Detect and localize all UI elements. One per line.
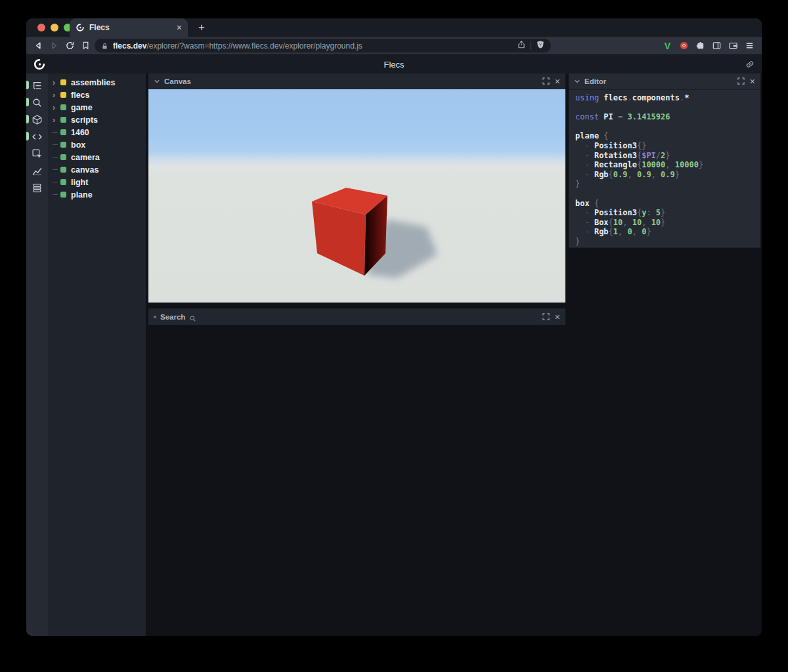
stack-icon (32, 182, 43, 194)
code-line: - Position3{y: 5} (575, 208, 754, 218)
code-line: - Position3{} (575, 141, 754, 151)
chart-icon (32, 165, 43, 177)
tab-strip: Flecs × + (26, 18, 762, 37)
sidebar-tool-chart[interactable] (26, 162, 48, 179)
sidebar-panel-icon[interactable] (711, 40, 722, 51)
entity-green-square-icon (60, 192, 66, 198)
extensions-puzzle-icon[interactable] (695, 40, 706, 51)
browser-toolbar: flecs.dev/explorer/?wasm=https://www.fle… (26, 37, 762, 54)
chevron-down-icon[interactable] (154, 78, 160, 85)
sidebar-tool-code[interactable] (26, 128, 48, 145)
brave-shield-icon[interactable] (536, 40, 545, 52)
code-line: } (575, 237, 754, 247)
expand-arrow-icon[interactable]: › (53, 104, 60, 112)
share-icon[interactable] (517, 40, 526, 52)
expand-arrow-icon[interactable]: › (53, 91, 60, 99)
close-icon[interactable]: × (555, 312, 560, 322)
flecs-favicon-icon (76, 23, 85, 32)
tree-item-label: game (71, 103, 93, 112)
code-line: using flecs.components.* (575, 93, 754, 103)
code-line: - Rgb{0.9, 0.9, 0.9} (575, 170, 754, 180)
tree-item-camera[interactable]: camera (48, 151, 146, 163)
fullscreen-icon[interactable] (542, 311, 550, 323)
back-icon[interactable] (33, 41, 43, 51)
code-line: } (575, 179, 754, 189)
tree-item-assemblies[interactable]: ›assemblies (48, 76, 146, 89)
share-link-icon[interactable] (745, 59, 755, 70)
sidebar-tool-search[interactable] (26, 94, 48, 111)
sidebar-tool-inspect[interactable] (26, 145, 48, 162)
sidebar-tool-tree[interactable] (26, 77, 48, 94)
expand-arrow-icon[interactable]: › (53, 116, 60, 124)
tab-close-icon[interactable]: × (177, 23, 182, 32)
tree-item-label: flecs (71, 91, 90, 100)
sidebar-tool-cube[interactable] (26, 111, 48, 128)
tree-item-box[interactable]: box (48, 138, 146, 151)
entity-tree-panel: ›assemblies›flecs›game›scripts1460boxcam… (48, 74, 146, 636)
chevron-down-icon[interactable] (574, 78, 580, 85)
tree-item-plane[interactable]: plane (48, 188, 146, 201)
search-icon (189, 313, 196, 320)
entity-green-square-icon (60, 167, 66, 173)
code-editor[interactable]: using flecs.components.* const PI = 3.14… (569, 89, 760, 247)
menu-icon[interactable] (744, 40, 755, 51)
leaf-dash-icon (53, 157, 60, 158)
new-tab-button[interactable]: + (194, 20, 209, 35)
close-icon[interactable]: × (750, 77, 755, 86)
close-window-button[interactable] (37, 24, 45, 32)
active-indicator (26, 132, 29, 140)
code-line: - Rectangle{10000, 10000} (575, 160, 754, 170)
entity-green-square-icon (60, 117, 66, 123)
tree-item-canvas[interactable]: canvas (48, 163, 146, 176)
code-line (575, 189, 754, 199)
browser-tab-flecs[interactable]: Flecs × (70, 18, 188, 37)
extension-red-icon[interactable] (678, 40, 690, 51)
lock-icon (100, 41, 109, 50)
code-line (575, 103, 754, 113)
tree-item-1460[interactable]: 1460 (48, 126, 146, 138)
bookmark-icon[interactable] (80, 41, 91, 51)
entity-green-square-icon (60, 154, 66, 160)
tree-item-label: light (71, 178, 88, 187)
search-panel-header[interactable]: Search × (148, 308, 565, 325)
fullscreen-icon[interactable] (737, 75, 745, 87)
entity-green-square-icon (60, 142, 66, 148)
sidebar-tool-stack[interactable] (26, 179, 48, 196)
canvas-panel-header[interactable]: Canvas × (148, 74, 565, 89)
collapsed-indicator[interactable] (154, 316, 156, 318)
extension-v-icon[interactable]: V (662, 40, 673, 51)
3d-viewport[interactable] (148, 89, 565, 303)
inspect-icon (32, 148, 43, 159)
forward-icon (49, 41, 59, 51)
canvas-panel: Canvas × (148, 74, 565, 303)
minimize-window-button[interactable] (51, 24, 58, 32)
tree-item-flecs[interactable]: ›flecs (48, 89, 146, 101)
entity-yellow-square-icon (60, 92, 66, 98)
panel-area: Canvas × (146, 74, 762, 636)
close-icon[interactable]: × (555, 77, 560, 86)
editor-panel-title: Editor (584, 77, 606, 85)
tree-item-label: canvas (71, 165, 98, 175)
editor-panel: Editor × using flecs.components.* const … (569, 74, 760, 247)
tree-item-scripts[interactable]: ›scripts (48, 114, 146, 126)
wallet-icon[interactable] (728, 40, 739, 51)
code-line: - Rotation3{$PI/2} (575, 151, 754, 161)
browser-window: Flecs × + flecs.dev/explorer/?wasm=https… (26, 18, 762, 636)
tree-item-label: scripts (71, 116, 98, 125)
search-icon (32, 97, 43, 108)
tree-item-label: box (71, 140, 85, 150)
tree-item-game[interactable]: ›game (48, 101, 146, 114)
fullscreen-icon[interactable] (542, 75, 550, 87)
active-indicator (26, 81, 29, 89)
entity-green-square-icon (60, 129, 66, 135)
tree-item-light[interactable]: light (48, 176, 146, 188)
reload-icon[interactable] (64, 41, 75, 51)
extension-cluster: V (662, 40, 755, 51)
editor-panel-header[interactable]: Editor × (569, 74, 760, 89)
leaf-dash-icon (53, 169, 60, 171)
code-line: plane { (575, 131, 754, 141)
url-bar[interactable]: flecs.dev/explorer/?wasm=https://www.fle… (95, 39, 551, 52)
url-text: flecs.dev/explorer/?wasm=https://www.fle… (113, 41, 513, 51)
search-panel: Search × (148, 308, 565, 325)
expand-arrow-icon[interactable]: › (53, 79, 60, 87)
